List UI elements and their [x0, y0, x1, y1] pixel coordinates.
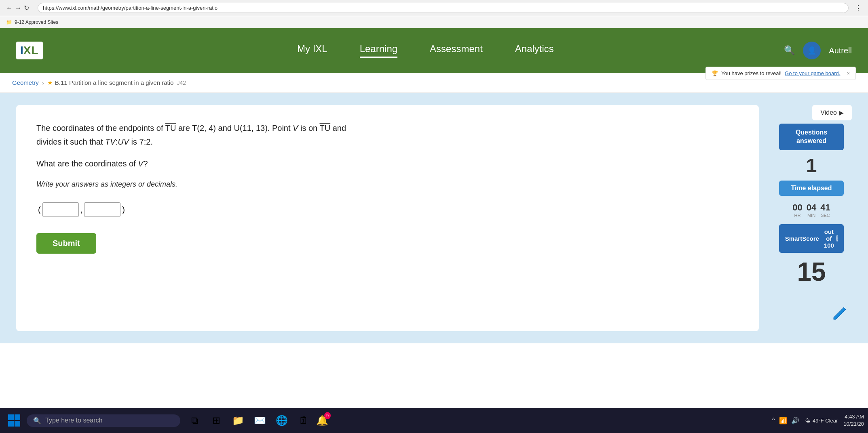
q-text-p4: divides it such that TV:UV is 7:2. [36, 137, 153, 146]
trophy-icon: 🏆 [712, 70, 718, 76]
time-elapsed-label: Time elapsed [791, 185, 832, 191]
taskbar-start-menu-grid[interactable]: ⊞ [207, 411, 226, 430]
breadcrumb: Geometry › ★ B.11 Partition a line segme… [0, 73, 868, 93]
taskbar-edge[interactable]: 🌐 [272, 411, 291, 430]
prize-notification: 🏆 You have prizes to reveal! Go to your … [705, 67, 856, 80]
answer-input-y[interactable] [84, 202, 120, 217]
answer-inputs: ( , ) [36, 202, 739, 217]
taskbar-search-placeholder: Type here to search [45, 417, 102, 424]
svg-rect-3 [8, 421, 14, 427]
segment-tu-1: TU [165, 124, 176, 132]
questions-answered-button[interactable]: Questions answered [779, 124, 844, 150]
start-button[interactable] [4, 410, 24, 431]
smartscore-value: 15 [797, 257, 826, 287]
nav-analytics[interactable]: Analytics [515, 43, 554, 58]
main-nav: My IXL Learning Assessment Analytics [67, 43, 784, 58]
answer-input-x[interactable] [42, 202, 79, 217]
nav-learning[interactable]: Learning [360, 43, 397, 58]
main-content: The coordinates of the endpoints of TU a… [0, 93, 868, 343]
svg-marker-0 [834, 307, 846, 319]
info-icon: i [836, 235, 838, 242]
video-play-icon: ▶ [839, 109, 844, 116]
question-text: The coordinates of the endpoints of TU a… [36, 121, 739, 149]
right-sidebar: Video ▶ Questions answered 1 Time elapse… [771, 105, 852, 331]
q-text-p3: and [330, 124, 346, 132]
questions-answered-label: Questions answered [796, 129, 827, 144]
comma: , [80, 203, 83, 216]
bookmark-label[interactable]: 9-12 Approved Sites [15, 19, 58, 25]
weather-temp: 49°F Clear [813, 418, 838, 424]
q-line2-text: What are the coordinates of V? [36, 159, 148, 168]
breadcrumb-subject[interactable]: Geometry [12, 79, 39, 86]
time-display: 00 HR 04 MIN 41 SEC [792, 202, 830, 218]
breadcrumb-separator: › [42, 79, 44, 86]
logo-i: I [20, 44, 23, 57]
taskbar-search-bar[interactable]: 🔍 Type here to search [27, 414, 180, 427]
taskbar: 🔍 Type here to search ⧉ ⊞ 📁 ✉️ 🌐 🗓 🔔 9 ^… [0, 408, 868, 433]
taskbar-icons: ⧉ ⊞ 📁 ✉️ 🌐 🗓 🔔 9 [185, 411, 335, 430]
open-paren: ( [38, 203, 41, 216]
time-hr: 00 HR [792, 202, 802, 218]
avatar[interactable]: 👤 [803, 42, 821, 59]
star-icon: ★ [47, 79, 53, 86]
network-icon[interactable]: 📶 [779, 417, 787, 425]
taskbar-app-9[interactable]: 🔔 9 [316, 411, 335, 430]
prize-close-button[interactable]: × [847, 70, 850, 76]
video-button[interactable]: Video ▶ [812, 105, 852, 120]
taskbar-search-icon: 🔍 [33, 417, 41, 425]
lesson-code: J42 [177, 80, 186, 86]
prize-link[interactable]: Go to your game board. [785, 70, 840, 76]
svg-rect-2 [15, 414, 20, 420]
user-name[interactable]: Autrell [829, 46, 852, 55]
chevron-up-icon[interactable]: ^ [772, 417, 775, 424]
browser-back[interactable]: ← [6, 4, 13, 12]
smartscore-sublabel: out of 100 [824, 228, 834, 249]
weather-icon: 🌤 [805, 418, 810, 424]
volume-icon[interactable]: 🔊 [791, 417, 799, 425]
breadcrumb-lesson: B.11 Partition a line segment in a given… [55, 79, 174, 86]
weather-info: 🌤 49°F Clear [805, 418, 838, 424]
notification-badge: 9 [324, 412, 331, 419]
ixl-header: I XL My IXL Learning Assessment Analytic… [0, 28, 868, 73]
video-label: Video [820, 109, 837, 116]
bookmark-folder-icon: 📁 [6, 19, 12, 25]
time-min: 04 MIN [807, 202, 816, 218]
url-bar[interactable]: https://www.ixl.com/math/geometry/partit… [38, 3, 849, 13]
taskbar-mail[interactable]: ✉️ [251, 411, 269, 430]
taskbar-task-view[interactable]: ⧉ [185, 411, 204, 430]
svg-rect-4 [15, 421, 20, 427]
smartscore-button[interactable]: SmartScore out of 100 i [779, 224, 844, 253]
taskbar-time: 4:43 AM [843, 413, 864, 420]
taskbar-right: ^ 📶 🔊 🌤 49°F Clear 4:43 AM 10/21/20 [772, 413, 864, 428]
segment-tu-2: TU [319, 124, 330, 132]
question-instruction: Write your answers as integers or decima… [36, 179, 739, 190]
question-line2: What are the coordinates of V? [36, 157, 739, 170]
pencil-icon [832, 305, 848, 323]
submit-button[interactable]: Submit [36, 233, 96, 254]
smartscore-label: SmartScore [785, 235, 819, 242]
taskbar-clock[interactable]: 4:43 AM 10/21/20 [843, 413, 864, 428]
taskbar-date: 10/21/20 [843, 420, 864, 428]
search-icon[interactable]: 🔍 [784, 45, 795, 56]
svg-rect-1 [8, 414, 14, 420]
taskbar-calculator[interactable]: 🗓 [294, 411, 313, 430]
bookmarks-bar: 📁 9-12 Approved Sites [0, 16, 868, 28]
q-text-p2: are T(2, 4) and U(11, 13). Point V is on [176, 124, 319, 132]
system-tray-icons: ^ 📶 🔊 [772, 417, 800, 425]
close-paren: ) [122, 203, 125, 216]
time-sec: 41 SEC [820, 202, 830, 218]
qa-count: 1 [806, 154, 817, 177]
browser-forward[interactable]: → [15, 4, 21, 12]
browser-refresh[interactable]: ↻ [24, 4, 29, 12]
taskbar-file-explorer[interactable]: 📁 [229, 411, 247, 430]
logo-xl: XL [23, 44, 39, 57]
nav-assessment[interactable]: Assessment [430, 43, 483, 58]
time-elapsed-button[interactable]: Time elapsed [779, 181, 844, 196]
header-right: 🔍 👤 Autrell [784, 42, 852, 59]
browser-bar: ← → ↻ https://www.ixl.com/math/geometry/… [0, 0, 868, 16]
question-panel: The coordinates of the endpoints of TU a… [16, 105, 759, 331]
nav-my-ixl[interactable]: My IXL [297, 43, 327, 58]
prize-text: You have prizes to reveal! [721, 70, 781, 76]
ixl-logo[interactable]: I XL [16, 42, 43, 59]
browser-settings[interactable]: ⋮ [855, 4, 862, 13]
